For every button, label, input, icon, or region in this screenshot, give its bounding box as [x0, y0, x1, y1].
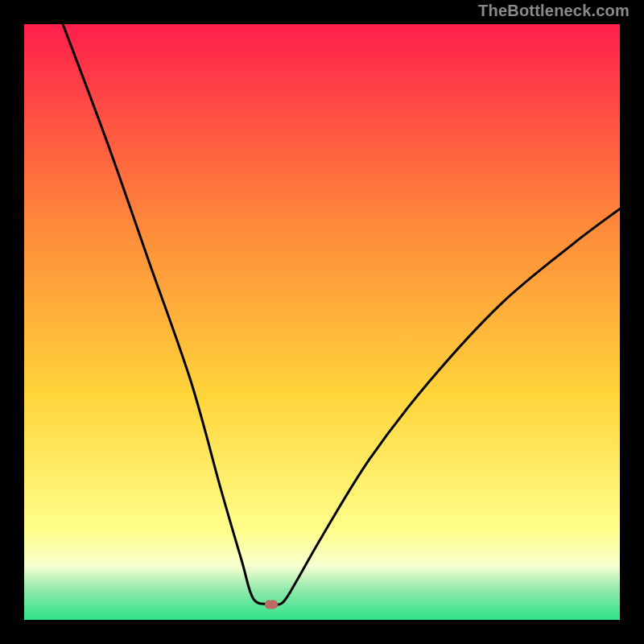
gradient-background [24, 24, 620, 620]
chart-frame: TheBottleneck.com [0, 0, 644, 644]
optimal-point-marker [265, 600, 278, 609]
plot-area [24, 24, 620, 620]
gradient-and-curve [24, 24, 620, 620]
watermark-text: TheBottleneck.com [478, 2, 630, 20]
